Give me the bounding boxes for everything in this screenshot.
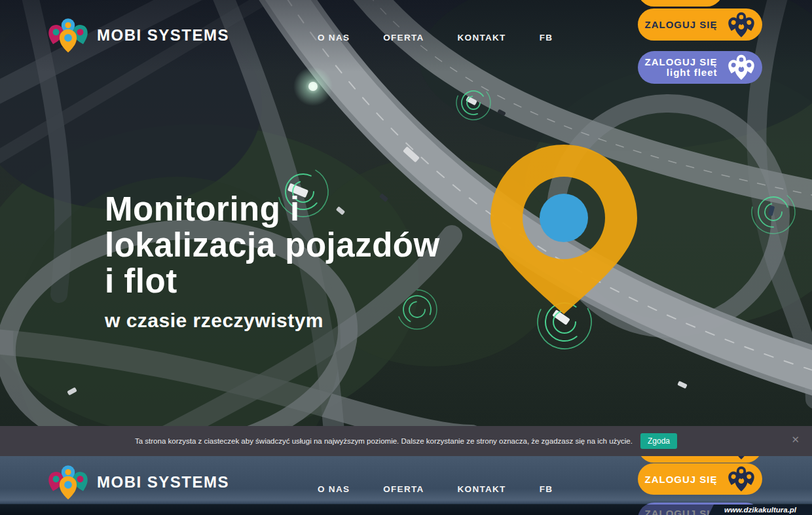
logo-pins-icon	[47, 16, 89, 55]
hero-title: Monitoring i lokalizacja pojazdów i flot	[105, 191, 440, 299]
pins-cluster-icon	[727, 11, 756, 39]
nav-item-o-nas[interactable]: O NAS	[318, 33, 350, 43]
main-nav-bottom: O NAS OFERTA KONTAKT FB	[318, 484, 553, 494]
cookie-consent-bar: Ta strona korzysta z ciasteczek aby świa…	[0, 426, 812, 456]
cookie-message: Ta strona korzysta z ciasteczek aby świa…	[135, 437, 633, 445]
login-label: ZALOGUJ SIĘ	[644, 474, 717, 485]
watermark: www.dzikakultura.pl	[709, 505, 812, 515]
page: { "brand": { "name": "MOBI SYSTEMS" }, "…	[0, 0, 812, 515]
brand-name: MOBI SYSTEMS	[97, 473, 229, 491]
brand-name: MOBI SYSTEMS	[97, 26, 229, 44]
nav-item-fb[interactable]: FB	[540, 484, 553, 494]
pins-cluster-icon	[727, 54, 756, 81]
nav-item-oferta[interactable]: OFERTA	[383, 33, 424, 43]
nav-item-oferta[interactable]: OFERTA	[383, 484, 424, 494]
login-label: ZALOGUJ SIĘ	[644, 19, 717, 30]
pins-cluster-icon	[727, 465, 756, 493]
login-button-bottom[interactable]: ZALOGUJ SIĘ	[638, 463, 762, 495]
main-nav: O NAS OFERTA KONTAKT FB	[318, 33, 553, 43]
hero-title-line2: lokalizacja pojazdów	[105, 227, 440, 263]
logo[interactable]: MOBI SYSTEMS	[47, 16, 229, 55]
login-button[interactable]: ZALOGUJ SIĘ	[638, 9, 762, 41]
fleet-login-label: ZALOGUJ SIĘ	[644, 57, 717, 67]
nav-item-kontakt[interactable]: KONTAKT	[458, 33, 506, 43]
nav-item-o-nas[interactable]: O NAS	[318, 484, 350, 494]
login-button-cutoff-top[interactable]: ZALOGUJ SIĘ	[638, 0, 723, 7]
nav-item-fb[interactable]: FB	[540, 33, 553, 43]
hero-title-line1: Monitoring i	[105, 191, 440, 227]
cookie-close-icon[interactable]: ✕	[787, 434, 803, 445]
logo-pins-icon	[47, 463, 89, 502]
fleet-sub-label: light fleet	[667, 67, 718, 78]
logo-bottom[interactable]: MOBI SYSTEMS	[47, 463, 229, 502]
hero-title-line3: i flot	[105, 263, 440, 299]
hero-copy: Monitoring i lokalizacja pojazdów i flot…	[105, 191, 440, 332]
bottom-dim-overlay	[0, 505, 812, 515]
nav-item-kontakt[interactable]: KONTAKT	[458, 484, 506, 494]
hero-subtitle: w czasie rzeczywistym	[105, 310, 440, 332]
cookie-accept-button[interactable]: Zgoda	[640, 433, 677, 449]
watermark-text: www.dzikakultura.pl	[724, 506, 796, 514]
login-light-fleet-button[interactable]: ZALOGUJ SIĘ light fleet	[638, 51, 762, 84]
